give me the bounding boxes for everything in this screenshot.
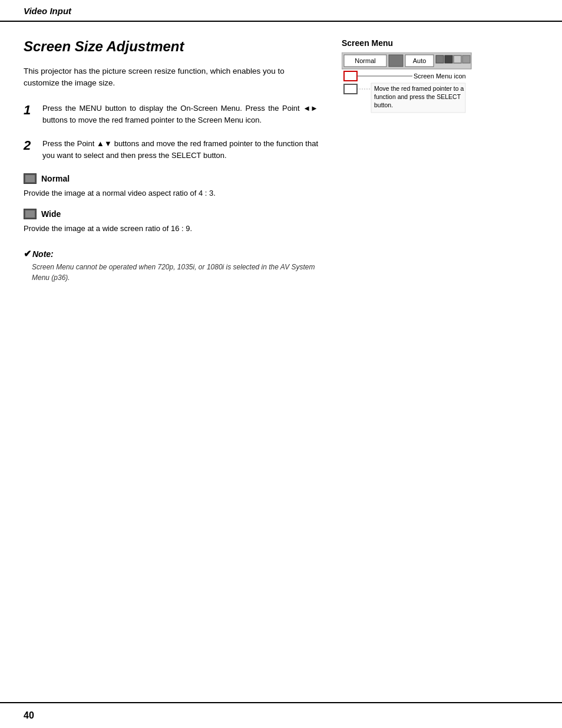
svg-rect-9 bbox=[462, 55, 470, 63]
step-1-text: Press the MENU button to display the On-… bbox=[42, 103, 318, 126]
svg-rect-8 bbox=[454, 55, 461, 63]
header-title: Video Input bbox=[24, 6, 71, 16]
note-header: ✔ Note: bbox=[24, 248, 318, 259]
svg-rect-7 bbox=[445, 55, 452, 63]
note-text: Screen Menu cannot be operated when 720p… bbox=[32, 262, 318, 283]
feature-normal: Normal Provide the image at a normal vid… bbox=[24, 173, 318, 199]
svg-text:Normal: Normal bbox=[355, 57, 375, 64]
feature-normal-label: Normal bbox=[41, 174, 70, 183]
page-title: Screen Size Adjustment bbox=[24, 38, 318, 55]
svg-rect-11 bbox=[344, 84, 357, 94]
screen-menu-label: Screen Menu bbox=[342, 38, 530, 48]
svg-text:Auto: Auto bbox=[413, 57, 427, 64]
feature-wide-header: Wide bbox=[24, 209, 318, 219]
svg-rect-10 bbox=[344, 71, 357, 81]
intro-text: This projector has the picture screen re… bbox=[24, 65, 318, 90]
step-1-number: 1 bbox=[24, 103, 35, 126]
step-2-number: 2 bbox=[24, 138, 35, 162]
main-content: Screen Size Adjustment This projector ha… bbox=[0, 22, 562, 307]
note-checkmark-icon: ✔ bbox=[24, 248, 31, 259]
feature-normal-desc: Provide the image at a normal video aspe… bbox=[24, 187, 318, 199]
svg-text:button.: button. bbox=[374, 101, 393, 108]
normal-icon bbox=[24, 173, 37, 184]
svg-rect-6 bbox=[436, 55, 444, 63]
feature-normal-header: Normal bbox=[24, 173, 318, 184]
svg-rect-3 bbox=[389, 55, 403, 67]
right-column: Screen Menu Normal Auto bbox=[342, 38, 530, 283]
note-section: ✔ Note: Screen Menu cannot be operated w… bbox=[24, 248, 318, 283]
wide-icon bbox=[24, 209, 37, 219]
step-1: 1 Press the MENU button to display the O… bbox=[24, 103, 318, 126]
svg-text:Move the red framed pointer to: Move the red framed pointer to a bbox=[374, 85, 464, 92]
header: Video Input bbox=[0, 0, 562, 22]
feature-wide-desc: Provide the image at a wide screen ratio… bbox=[24, 223, 318, 235]
step-2-text: Press the Point ▲▼ buttons and move the … bbox=[42, 138, 318, 162]
footer: 40 bbox=[0, 702, 562, 728]
left-column: Screen Size Adjustment This projector ha… bbox=[24, 38, 318, 283]
feature-wide: Wide Provide the image at a wide screen … bbox=[24, 209, 318, 235]
svg-text:Screen Menu icon: Screen Menu icon bbox=[414, 73, 466, 80]
page-number: 40 bbox=[24, 710, 34, 720]
page-container: Video Input Screen Size Adjustment This … bbox=[0, 0, 562, 728]
step-2: 2 Press the Point ▲▼ buttons and move th… bbox=[24, 138, 318, 162]
screen-menu-diagram: Normal Auto bbox=[342, 52, 530, 131]
screen-menu-svg: Normal Auto bbox=[342, 52, 518, 129]
svg-text:function and press the SELECT: function and press the SELECT bbox=[374, 93, 461, 100]
note-label: Note: bbox=[32, 249, 54, 259]
feature-wide-label: Wide bbox=[41, 209, 61, 219]
